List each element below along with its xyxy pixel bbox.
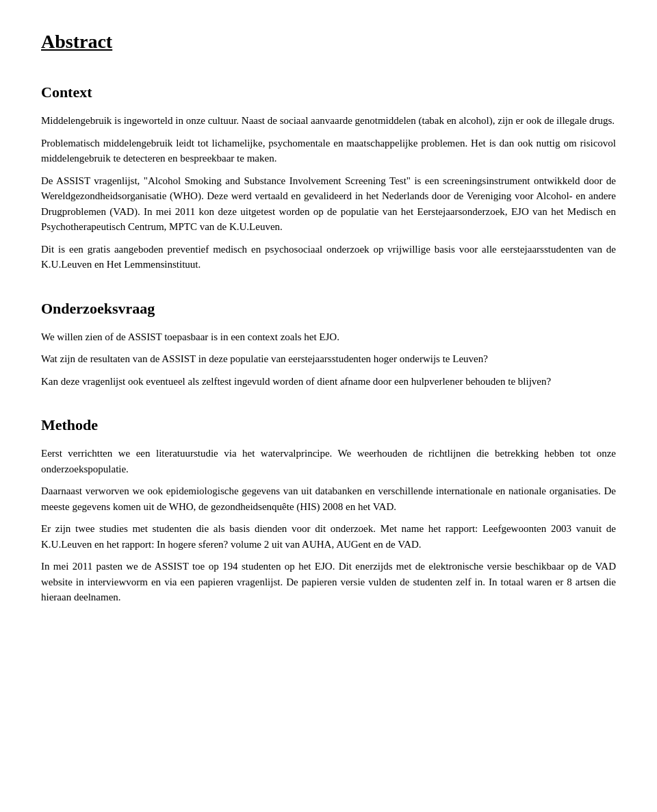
context-heading: Context: [41, 81, 616, 103]
context-paragraph-3: De ASSIST vragenlijst, "Alcohol Smoking …: [41, 173, 616, 235]
onderzoeksvraag-paragraph-2: Wat zijn de resultaten van de ASSIST in …: [41, 351, 616, 367]
page-title: Abstract: [41, 27, 616, 56]
methode-paragraph-1: Eerst verrichtten we een literatuurstudi…: [41, 446, 616, 477]
context-section: Context Middelengebruik is ingeworteld i…: [41, 81, 616, 272]
methode-paragraph-3: Er zijn twee studies met studenten die a…: [41, 521, 616, 552]
methode-paragraph-4: In mei 2011 pasten we de ASSIST toe op 1…: [41, 559, 616, 605]
context-paragraph-2: Problematisch middelengebruik leidt tot …: [41, 136, 616, 166]
methode-paragraph-2: Daarnaast verworven we ook epidemiologis…: [41, 483, 616, 514]
onderzoeksvraag-paragraph-3: Kan deze vragenlijst ook eventueel als z…: [41, 374, 616, 390]
onderzoeksvraag-paragraph-1: We willen zien of de ASSIST toepasbaar i…: [41, 329, 616, 345]
methode-section: Methode Eerst verrichtten we een literat…: [41, 414, 616, 605]
onderzoeksvraag-section: Onderzoeksvraag We willen zien of de ASS…: [41, 297, 616, 390]
context-paragraph-4: Dit is een gratis aangeboden preventief …: [41, 242, 616, 272]
methode-heading: Methode: [41, 414, 616, 436]
onderzoeksvraag-heading: Onderzoeksvraag: [41, 297, 616, 320]
context-paragraph-1: Middelengebruik is ingeworteld in onze c…: [41, 113, 616, 129]
